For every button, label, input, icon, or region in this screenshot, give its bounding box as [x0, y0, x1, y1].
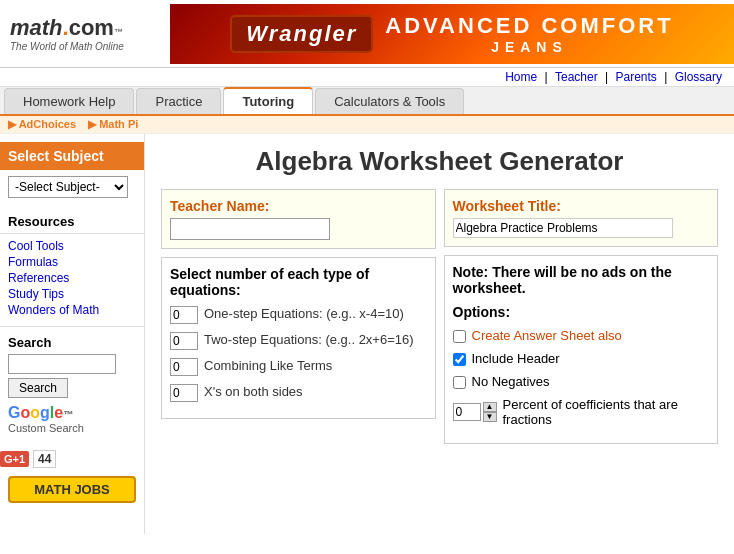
nav-parents[interactable]: Parents	[616, 70, 657, 84]
worksheet-title-label: Worksheet Title:	[453, 198, 710, 214]
subject-select[interactable]: -Select Subject-	[8, 176, 128, 198]
resources-title: Resources	[0, 210, 144, 234]
option-no-negatives-label: No Negatives	[472, 374, 550, 389]
g-plus-count: 44	[33, 450, 56, 468]
logo: math.com™	[10, 15, 160, 41]
eq-input-4[interactable]	[170, 384, 198, 402]
sidebar-study-tips[interactable]: Study Tips	[0, 286, 144, 302]
tab-nav: Homework Help Practice Tutoring Calculat…	[0, 87, 734, 116]
page-title: Algebra Worksheet Generator	[161, 146, 718, 177]
tab-tutoring[interactable]: Tutoring	[223, 87, 313, 114]
teacher-name-input[interactable]	[170, 218, 330, 240]
nav-glossary[interactable]: Glossary	[675, 70, 722, 84]
header: math.com™ The World of Math Online Wrang…	[0, 0, 734, 68]
sidebar-references[interactable]: References	[0, 270, 144, 286]
ad-brand: Wrangler	[230, 15, 373, 53]
logo-math: math	[10, 15, 63, 40]
spin-down[interactable]: ▼	[483, 412, 497, 422]
top-nav: Home | Teacher | Parents | Glossary	[0, 68, 734, 87]
ad-headline: ADVANCED COMFORT	[385, 13, 673, 39]
google-logo: Google™	[8, 404, 136, 422]
percent-spinner: ▲ ▼	[483, 402, 497, 422]
search-button[interactable]: Search	[8, 378, 68, 398]
ad-choices-link[interactable]: ▶ AdChoices	[8, 118, 76, 131]
logo-subtitle: The World of Math Online	[10, 41, 160, 52]
equation-row-2: Two-step Equations: (e.g.. 2x+6=16)	[170, 332, 427, 350]
tab-practice[interactable]: Practice	[136, 88, 221, 114]
equations-box: Select number of each type of equations:…	[161, 257, 436, 419]
logo-area: math.com™ The World of Math Online	[0, 7, 170, 60]
eq-input-1[interactable]	[170, 306, 198, 324]
content: Algebra Worksheet Generator Teacher Name…	[145, 134, 734, 534]
teacher-name-box: Teacher Name:	[161, 189, 436, 249]
form-area: Teacher Name: Select number of each type…	[161, 189, 718, 444]
sidebar: Select Subject -Select Subject- Resource…	[0, 134, 145, 534]
checkbox-include-header[interactable]	[453, 353, 466, 366]
tab-calculators[interactable]: Calculators & Tools	[315, 88, 464, 114]
form-left: Teacher Name: Select number of each type…	[161, 189, 436, 444]
sidebar-cool-tools[interactable]: Cool Tools	[0, 238, 144, 254]
checkbox-no-negatives[interactable]	[453, 376, 466, 389]
equation-row-3: Combining Like Terms	[170, 358, 427, 376]
search-title: Search	[8, 335, 136, 350]
option-answer-sheet: Create Answer Sheet also	[453, 328, 710, 343]
main: Select Subject -Select Subject- Resource…	[0, 134, 734, 534]
custom-search-label: Custom Search	[8, 422, 136, 434]
eq-label-3: Combining Like Terms	[204, 358, 332, 373]
eq-label-1: One-step Equations: (e.g.. x-4=10)	[204, 306, 404, 321]
teacher-name-label: Teacher Name:	[170, 198, 427, 214]
form-right: Worksheet Title: Note: There will be no …	[444, 189, 719, 444]
option-no-negatives: No Negatives	[453, 374, 710, 389]
eq-label-2: Two-step Equations: (e.g.. 2x+6=16)	[204, 332, 414, 347]
search-section: Search Search Google™ Custom Search	[0, 326, 144, 442]
nav-home[interactable]: Home	[505, 70, 537, 84]
option-include-header: Include Header	[453, 351, 710, 366]
g-plus-button[interactable]: G+1	[0, 451, 29, 467]
ad-sub: JEANS	[385, 39, 673, 55]
no-ads-note: Note: There will be no ads on the worksh…	[453, 264, 710, 296]
option-answer-sheet-label: Create Answer Sheet also	[472, 328, 622, 343]
option-include-header-label: Include Header	[472, 351, 560, 366]
search-input[interactable]	[8, 354, 116, 374]
eq-label-4: X's on both sides	[204, 384, 303, 399]
eq-input-3[interactable]	[170, 358, 198, 376]
worksheet-title-input[interactable]	[453, 218, 673, 238]
eq-input-2[interactable]	[170, 332, 198, 350]
percent-label: Percent of coefficients that are fractio…	[503, 397, 710, 427]
nav-teacher[interactable]: Teacher	[555, 70, 598, 84]
ad-banner[interactable]: Wrangler ADVANCED COMFORT JEANS	[170, 4, 734, 64]
equations-title: Select number of each type of equations:	[170, 266, 427, 298]
math-jobs-button[interactable]: MATH JOBS	[8, 476, 136, 503]
g-plus-row: G+1 44	[0, 450, 144, 468]
checkbox-answer-sheet[interactable]	[453, 330, 466, 343]
options-box: Note: There will be no ads on the worksh…	[444, 255, 719, 444]
ad-choices-bar: ▶ AdChoices ▶ Math Pi	[0, 116, 734, 134]
select-subject-label: Select Subject	[0, 142, 144, 170]
tab-homework[interactable]: Homework Help	[4, 88, 134, 114]
equation-row-1: One-step Equations: (e.g.. x-4=10)	[170, 306, 427, 324]
options-label: Options:	[453, 304, 710, 320]
spin-up[interactable]: ▲	[483, 402, 497, 412]
sidebar-wonders[interactable]: Wonders of Math	[0, 302, 144, 318]
math-pi-link[interactable]: ▶ Math Pi	[88, 118, 138, 131]
equation-row-4: X's on both sides	[170, 384, 427, 402]
percent-row: ▲ ▼ Percent of coefficients that are fra…	[453, 397, 710, 427]
worksheet-title-box: Worksheet Title:	[444, 189, 719, 247]
percent-input[interactable]	[453, 403, 481, 421]
sidebar-formulas[interactable]: Formulas	[0, 254, 144, 270]
